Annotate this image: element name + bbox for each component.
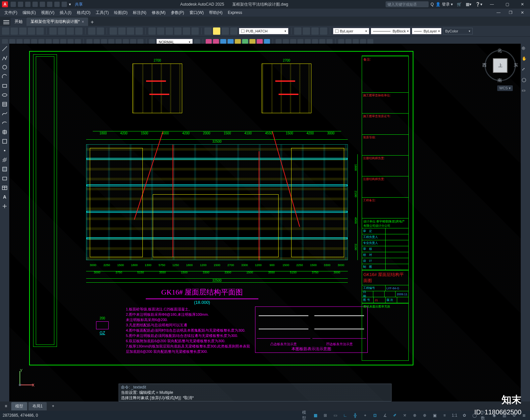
polyline-icon[interactable]: [1, 54, 8, 62]
circle-icon[interactable]: [1, 64, 8, 71]
coordinate-readout[interactable]: 2872685, 474486, 0: [3, 413, 38, 418]
point-icon[interactable]: [1, 147, 8, 154]
qat-new-icon[interactable]: [11, 2, 16, 7]
menu-dimension[interactable]: 标注(N): [131, 9, 149, 16]
status-annovisibility-icon[interactable]: ✿: [461, 412, 468, 419]
status-snap-icon[interactable]: ⊞: [322, 412, 329, 419]
tb-pan-icon[interactable]: [110, 27, 117, 35]
plotstyle-combo[interactable]: ByColor ▾: [443, 28, 473, 34]
command-line[interactable]: 命令: _textedit 当前设置: 编辑模式 = Multiple 选择注释…: [119, 384, 392, 401]
tb-toolpalettes-icon[interactable]: [166, 27, 173, 35]
qat-saveas-icon[interactable]: [32, 2, 38, 7]
doc-minimize-button[interactable]: —: [493, 9, 504, 16]
autodesk-app-icon[interactable]: 🛒: [457, 2, 462, 7]
menu-edit[interactable]: 编辑(E): [20, 9, 38, 16]
menu-help[interactable]: 帮助(H): [207, 9, 225, 16]
tb-zoomprev-icon[interactable]: [135, 27, 143, 35]
search-icon[interactable]: Q: [431, 2, 434, 7]
status-quickprops-icon[interactable]: ≡: [441, 412, 448, 419]
tb-layerfrz-icon[interactable]: [303, 27, 310, 35]
qat-web-icon[interactable]: [40, 2, 45, 7]
tb-sheet-icon[interactable]: [174, 27, 182, 35]
wcs-label[interactable]: WCS ▾: [497, 85, 513, 91]
compass-ring-icon[interactable]: [485, 50, 516, 81]
tb-sun-icon[interactable]: [213, 27, 220, 35]
status-grid-icon[interactable]: ▦: [312, 412, 319, 419]
ellipsearc-icon[interactable]: [1, 119, 8, 126]
doc-close-button[interactable]: ✕: [517, 9, 528, 16]
tb-save-icon[interactable]: [19, 27, 26, 35]
status-ortho-icon[interactable]: ∟: [342, 412, 348, 419]
gradient-icon[interactable]: [1, 165, 8, 173]
menu-insert[interactable]: 插入(I): [57, 9, 74, 16]
status-osnap-icon[interactable]: ⊡: [372, 412, 378, 419]
region-icon[interactable]: [1, 175, 8, 182]
tb-layeriso-icon[interactable]: [204, 27, 212, 35]
tb-undo-icon[interactable]: [88, 27, 95, 35]
line-icon[interactable]: [1, 45, 8, 52]
arc-icon[interactable]: [1, 73, 8, 80]
block-icon[interactable]: [1, 138, 8, 145]
qat-save-icon[interactable]: [25, 2, 30, 7]
qat-plot-icon[interactable]: [47, 2, 52, 7]
status-customize-icon[interactable]: ≣: [521, 412, 527, 419]
mtext-icon[interactable]: A: [1, 193, 8, 201]
tab-start[interactable]: 开始: [11, 18, 26, 26]
tb-layermgr-icon[interactable]: [294, 27, 301, 35]
menu-view[interactable]: 视图(V): [39, 9, 57, 16]
status-cycling-icon[interactable]: ⊕: [421, 412, 428, 419]
status-iso-icon[interactable]: ⌖: [362, 412, 368, 419]
login-button[interactable]: 👤 登录 ▾: [436, 2, 453, 7]
share-button[interactable]: 共享: [75, 2, 83, 7]
tb-print-icon[interactable]: [28, 27, 35, 35]
status-polar-icon[interactable]: ╬: [352, 412, 358, 419]
tb-paste-icon[interactable]: [67, 27, 74, 35]
status-lwt-icon[interactable]: ⤧: [401, 412, 408, 419]
tb-copy-icon[interactable]: [58, 27, 65, 35]
menu-draw[interactable]: 绘图(D): [112, 9, 130, 16]
tb-designcenter-icon[interactable]: [157, 27, 164, 35]
maximize-button[interactable]: ▢: [502, 1, 513, 8]
tab-layout1[interactable]: 布局1: [28, 402, 47, 410]
layout-menu-icon[interactable]: ≡: [2, 404, 10, 408]
menu-format[interactable]: 格式(O): [75, 9, 93, 16]
zoom-extents-icon[interactable]: ⤢: [522, 67, 529, 74]
tb-zoomwin-icon[interactable]: [127, 27, 134, 35]
status-otrack-icon[interactable]: ✐: [392, 412, 398, 419]
pan-hand-icon[interactable]: ✋: [522, 56, 529, 64]
linetype-combo[interactable]: ByBlock ▾: [371, 28, 410, 34]
tb-new-icon[interactable]: [2, 27, 9, 35]
tb-zoom-icon[interactable]: [118, 27, 126, 35]
spline-icon[interactable]: [1, 110, 8, 117]
addsel-icon[interactable]: [1, 203, 8, 210]
orbit-icon[interactable]: ◯: [522, 77, 529, 85]
menu-file[interactable]: 文件(F): [2, 9, 20, 16]
tab-layout-add[interactable]: +: [48, 402, 58, 410]
status-3dosnap-icon[interactable]: ∡: [382, 412, 388, 419]
doc-restore-button[interactable]: ❐: [505, 9, 516, 16]
color-combo[interactable]: ByLayer ▾: [333, 28, 369, 34]
status-annoscale[interactable]: 1:1: [451, 412, 458, 419]
tb-layeroff-icon[interactable]: [311, 27, 319, 35]
tb-markup-icon[interactable]: [183, 27, 190, 35]
tb-light-icon[interactable]: [222, 27, 229, 35]
tb-open-icon[interactable]: [11, 27, 18, 35]
tb-redo-icon[interactable]: [97, 27, 104, 35]
tb-layerlock-icon[interactable]: [320, 27, 327, 35]
status-transparency-icon[interactable]: ⊗: [411, 412, 418, 419]
qat-redo-icon[interactable]: [62, 2, 67, 7]
menu-modify[interactable]: 修改(M): [149, 9, 168, 16]
lineweight-combo[interactable]: ByLayer ▾: [412, 28, 442, 34]
tb-cut-icon[interactable]: [49, 27, 57, 35]
hatch2-icon[interactable]: [1, 156, 8, 163]
menu-express[interactable]: Express: [226, 10, 244, 16]
status-annomonitor-icon[interactable]: ▣: [431, 412, 438, 419]
table-icon[interactable]: [1, 184, 8, 191]
info-icon[interactable]: ❔▾: [475, 2, 482, 7]
app-icon[interactable]: A: [2, 1, 8, 7]
status-infer-icon[interactable]: ▭: [332, 412, 339, 419]
start-tab-menu-icon[interactable]: [2, 19, 11, 26]
tb-props-icon[interactable]: [148, 27, 156, 35]
tab-new-button[interactable]: +: [88, 19, 96, 26]
rectangle-icon[interactable]: [1, 82, 8, 89]
